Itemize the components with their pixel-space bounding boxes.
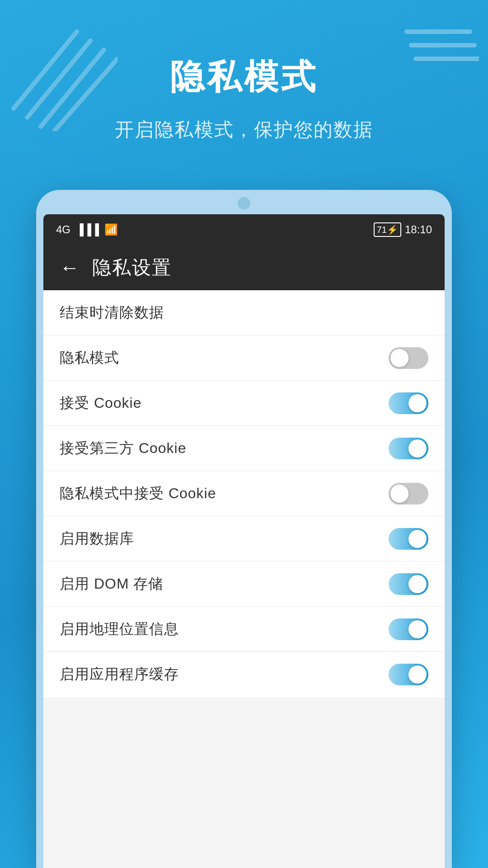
toggle-switch[interactable] (389, 664, 428, 685)
settings-item-label: 启用地理位置信息 (60, 619, 179, 639)
settings-item-label: 启用数据库 (60, 529, 134, 549)
settings-item[interactable]: 启用地理位置信息 (43, 607, 445, 652)
toggle-switch[interactable] (389, 618, 428, 640)
page-subtitle: 开启隐私模式，保护您的数据 (115, 117, 373, 142)
toggle-knob (408, 620, 427, 638)
toggle-switch[interactable] (389, 392, 428, 414)
toggle-knob (408, 665, 427, 684)
deco-lines-right (398, 25, 479, 66)
toggle-switch[interactable] (389, 528, 428, 550)
toggle-switch[interactable] (389, 573, 428, 595)
toggle-switch[interactable] (389, 347, 428, 369)
status-right: 71⚡ 18:10 (374, 222, 432, 237)
toggle-switch[interactable] (389, 483, 428, 505)
bars-icon: ▐▐▐ (76, 223, 99, 236)
battery-level: 71 (377, 225, 387, 235)
battery-icon: 71⚡ (374, 222, 401, 237)
page-title: 隐私模式 (170, 54, 318, 101)
back-button[interactable]: ← (60, 256, 80, 279)
settings-item[interactable]: 隐私模式中接受 Cookie (43, 471, 445, 516)
app-bar-title: 隐私设置 (92, 255, 172, 280)
app-bar: ← 隐私设置 (43, 245, 445, 290)
toggle-knob (408, 575, 427, 593)
settings-list: 结束时清除数据隐私模式接受 Cookie接受第三方 Cookie隐私模式中接受 … (43, 290, 445, 697)
toggle-knob (390, 485, 408, 503)
toggle-knob (408, 530, 427, 548)
deco-lines-left (9, 27, 117, 131)
settings-item-label: 启用应用程序缓存 (60, 665, 179, 684)
settings-item-label: 接受第三方 Cookie (60, 439, 187, 458)
wifi-icon: 📶 (104, 223, 118, 236)
settings-item-label: 启用 DOM 存储 (60, 574, 163, 594)
status-left: 4G ▐▐▐ 📶 (56, 223, 118, 236)
settings-item[interactable]: 接受第三方 Cookie (43, 426, 445, 471)
phone-frame: 4G ▐▐▐ 📶 71⚡ 18:10 ← 隐私设置 结束时清除数据隐私模式接受 … (36, 190, 452, 868)
settings-item-label: 结束时清除数据 (60, 303, 164, 323)
settings-item-label: 隐私模式 (60, 348, 119, 368)
settings-item-label: 隐私模式中接受 Cookie (60, 484, 216, 504)
settings-item: 结束时清除数据 (43, 290, 445, 335)
signal-icon: 4G (56, 223, 70, 236)
settings-item[interactable]: 接受 Cookie (43, 381, 445, 426)
toggle-knob (390, 349, 408, 367)
time-display: 18:10 (405, 223, 432, 236)
settings-item[interactable]: 隐私模式 (43, 335, 445, 381)
settings-item[interactable]: 启用数据库 (43, 516, 445, 561)
phone-camera (238, 197, 250, 210)
settings-item[interactable]: 启用应用程序缓存 (43, 652, 445, 697)
settings-item[interactable]: 启用 DOM 存储 (43, 561, 445, 607)
status-bar: 4G ▐▐▐ 📶 71⚡ 18:10 (43, 214, 445, 245)
toggle-switch[interactable] (389, 438, 428, 459)
settings-item-label: 接受 Cookie (60, 393, 142, 413)
app-background: 隐私模式 开启隐私模式，保护您的数据 4G ▐▐▐ 📶 71⚡ 18:10 (0, 0, 488, 868)
toggle-knob (408, 394, 427, 412)
phone-screen: 4G ▐▐▐ 📶 71⚡ 18:10 ← 隐私设置 结束时清除数据隐私模式接受 … (43, 214, 445, 868)
toggle-knob (408, 439, 427, 458)
